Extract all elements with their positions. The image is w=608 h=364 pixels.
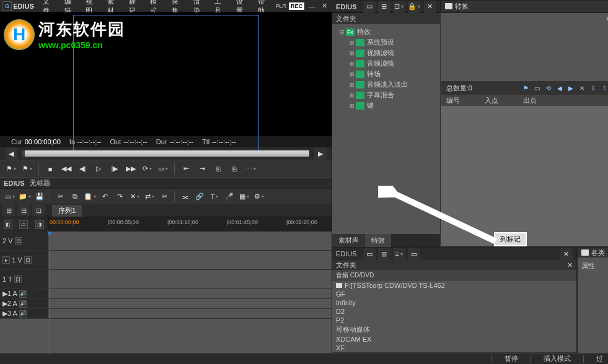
src-view4-icon[interactable]: ▭ xyxy=(408,248,420,260)
track-lane[interactable] xyxy=(48,232,332,250)
more-transport-icon[interactable]: ⋯ xyxy=(244,163,257,175)
track-audio-icon[interactable]: 🔊 xyxy=(19,300,27,308)
src-view1-icon[interactable]: ▭ xyxy=(363,248,376,260)
track-toggle-icon[interactable]: 日 xyxy=(24,256,32,264)
track-audio-icon[interactable]: 🔊 xyxy=(19,290,27,298)
tl-split-icon[interactable]: ✂ xyxy=(158,191,170,203)
fx-lock-icon[interactable]: 🔒 xyxy=(408,1,420,13)
source-item[interactable]: Infinity xyxy=(332,298,576,307)
loop-button[interactable]: ⟳ xyxy=(141,163,153,175)
ruler-zoom-1[interactable]: ◧ xyxy=(4,220,12,229)
tree-item[interactable]: ⊞视频滤镜 xyxy=(332,48,440,58)
track-header[interactable]: ▶3 A🔊 xyxy=(0,309,48,318)
source-item[interactable]: XF xyxy=(332,344,576,352)
tree-item[interactable]: ⊞系统预设 xyxy=(332,37,440,48)
src-view3-icon[interactable]: ≡ xyxy=(393,248,405,260)
fx-view3-icon[interactable]: ⊡ xyxy=(393,1,405,13)
ruler-zoom-2[interactable]: ▭ xyxy=(19,220,28,229)
set-in-button[interactable]: ⇤ xyxy=(180,163,192,175)
track-header[interactable]: ▶2 A🔊 xyxy=(0,299,48,308)
tree-item[interactable]: ⊞音频淡入淡出 xyxy=(332,79,440,90)
source-item[interactable]: F:[TSSTcorp CDW/DVD TS-L462 xyxy=(332,281,576,290)
mark-out-drop-icon[interactable]: ⚑ xyxy=(21,163,33,175)
tl-delete-icon[interactable]: ✕ xyxy=(128,191,141,203)
tl-layout-icon[interactable]: ▦ xyxy=(238,191,250,203)
set-out-button[interactable]: ⇥ xyxy=(196,163,208,175)
track-lane[interactable] xyxy=(48,270,332,288)
src-view2-icon[interactable]: ⊞ xyxy=(378,248,390,260)
marker-import-icon[interactable]: ⇩ xyxy=(589,84,597,92)
tl-open-icon[interactable]: 📁 xyxy=(19,191,31,203)
marker-next-icon[interactable]: ▶ xyxy=(566,84,575,92)
rewind-button[interactable]: ◀◀ xyxy=(60,163,73,175)
ruler-zoom-3[interactable]: ◨ xyxy=(35,220,44,229)
src-close-icon[interactable]: ✕ xyxy=(560,248,573,260)
playhead[interactable] xyxy=(50,245,50,355)
source-sub-close-icon[interactable]: ✕ xyxy=(567,261,573,269)
tl-paste-icon[interactable]: 📋 xyxy=(84,191,96,203)
mark-in-drop-icon[interactable]: ⚑ xyxy=(5,163,17,175)
tl-save-icon[interactable]: 💾 xyxy=(33,191,46,203)
fast-forward-button[interactable]: ▶▶ xyxy=(125,163,137,175)
collapse-icon[interactable]: ⊟ xyxy=(340,29,346,35)
tl-title-icon[interactable]: T xyxy=(208,191,221,203)
source-item[interactable]: XDCAM EX xyxy=(332,335,576,344)
tl-render-icon[interactable]: ⚙ xyxy=(253,191,265,203)
tl-ripple-icon[interactable]: ⇄ xyxy=(143,191,156,203)
minimize-icon[interactable]: — xyxy=(307,2,317,11)
source-item[interactable]: GF xyxy=(332,290,576,298)
fx-tab-library[interactable]: 素材库 xyxy=(332,234,365,247)
scrub-right-icon[interactable]: ▶ xyxy=(314,147,327,160)
tl-undo-icon[interactable]: ↶ xyxy=(99,191,111,203)
tree-item[interactable]: ⊞键 xyxy=(332,100,440,111)
tl-mode1-icon[interactable]: ⊟ xyxy=(17,204,30,217)
track-header[interactable]: ▶1 A🔊 xyxy=(0,289,48,298)
tl-copy-icon[interactable]: ⧉ xyxy=(69,191,81,203)
track-header[interactable]: 2 V日 xyxy=(0,232,48,250)
fx-tab-effects[interactable]: 特效 xyxy=(365,234,391,247)
tl-mic-icon[interactable]: 🎤 xyxy=(223,191,236,203)
marker-sync-icon[interactable]: ⟲ xyxy=(544,84,553,92)
tl-mode2-icon[interactable]: ⊡ xyxy=(32,204,45,217)
overwrite-button[interactable]: ⎘ xyxy=(228,163,240,175)
source-item[interactable]: P2 xyxy=(332,316,576,324)
marker-prev-icon[interactable]: ◀ xyxy=(555,84,564,92)
scrub-left-icon[interactable]: ◀ xyxy=(5,147,17,160)
markers-close-icon[interactable]: ✕ xyxy=(604,14,608,23)
marker-export-icon[interactable]: ⇧ xyxy=(600,84,608,92)
track-header[interactable]: 1 T日 xyxy=(0,270,48,288)
marker-flag-icon[interactable]: ⚑ xyxy=(522,84,531,92)
fx-view1-icon[interactable]: ▭ xyxy=(363,1,376,13)
tl-link-icon[interactable]: 🔗 xyxy=(193,191,206,203)
markers-label-highlight[interactable]: 列标记 xyxy=(494,232,527,246)
timeline-ruler[interactable]: ◧ ▭ ◨ 00:00:00;00 |00:00:35;00 |00:01:10… xyxy=(0,217,332,232)
track-audio-icon[interactable]: 🔊 xyxy=(19,310,27,318)
track-lane[interactable] xyxy=(48,251,332,269)
play-button[interactable]: ▷ xyxy=(92,163,105,175)
prev-frame-button[interactable]: ◀| xyxy=(76,163,89,175)
marker-add-icon[interactable]: ▭ xyxy=(533,84,542,92)
display-button[interactable]: ▭ xyxy=(157,163,169,175)
track-header[interactable]: ▸1 V日 xyxy=(0,251,48,269)
source-item[interactable]: D2 xyxy=(332,307,576,316)
track-toggle-icon[interactable]: 日 xyxy=(15,237,22,245)
tl-group-icon[interactable]: ⫘ xyxy=(178,191,191,203)
tl-cut-icon[interactable]: ✂ xyxy=(54,191,66,203)
tl-new-icon[interactable]: ▭ xyxy=(4,191,16,203)
fx-close-icon[interactable]: ✕ xyxy=(424,1,436,13)
next-frame-button[interactable]: |▶ xyxy=(108,163,121,175)
close-icon[interactable]: ✕ xyxy=(319,2,329,11)
scrub-slider[interactable] xyxy=(22,150,309,157)
stop-button[interactable]: ■ xyxy=(44,163,56,175)
fx-view2-icon[interactable]: ⊞ xyxy=(378,1,390,13)
source-item[interactable]: 可移动媒体 xyxy=(332,324,576,335)
tree-root[interactable]: ⊟ Fx 特效 xyxy=(332,27,440,37)
insert-button[interactable]: ⎘ xyxy=(212,163,224,175)
track-lane[interactable] xyxy=(48,309,332,318)
tree-item[interactable]: ⊞音频滤镜 xyxy=(332,58,440,69)
tl-snap-icon[interactable]: ⊞ xyxy=(2,204,15,217)
tl-redo-icon[interactable]: ↷ xyxy=(113,191,126,203)
track-lane[interactable] xyxy=(48,299,332,308)
tree-item[interactable]: ⊞字幕混合 xyxy=(332,90,440,100)
ruler-times[interactable]: 00:00:00;00 |00:00:35;00 |00:01:10;00 |0… xyxy=(48,217,332,232)
